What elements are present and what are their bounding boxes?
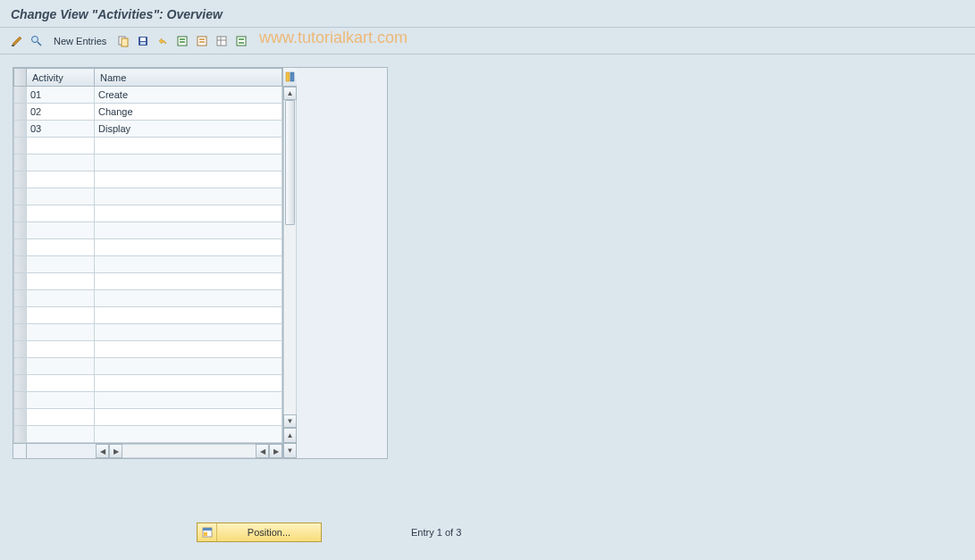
cell-activity-empty[interactable] bbox=[27, 375, 95, 392]
vscroll-thumb[interactable] bbox=[285, 100, 295, 225]
table-row-empty bbox=[14, 222, 282, 239]
row-selector[interactable] bbox=[14, 409, 27, 426]
cell-activity-empty[interactable] bbox=[27, 222, 95, 239]
cell-name-empty[interactable] bbox=[95, 138, 282, 155]
copy-icon[interactable] bbox=[115, 33, 131, 49]
find-icon[interactable] bbox=[29, 33, 45, 49]
content-area: Activity Name 01Create02Change03Display … bbox=[0, 54, 975, 472]
svg-rect-20 bbox=[286, 72, 290, 81]
row-selector[interactable] bbox=[14, 87, 27, 104]
cell-activity-empty[interactable] bbox=[27, 426, 95, 443]
select-all-rows[interactable] bbox=[14, 69, 27, 87]
cell-name-empty[interactable] bbox=[95, 358, 282, 375]
cell-name-empty[interactable] bbox=[95, 171, 282, 188]
cell-activity-empty[interactable] bbox=[27, 205, 95, 222]
print-icon[interactable] bbox=[233, 33, 249, 49]
cell-activity[interactable]: 03 bbox=[27, 121, 95, 138]
cell-activity-empty[interactable] bbox=[27, 409, 95, 426]
cell-name-empty[interactable] bbox=[95, 375, 282, 392]
cell-name-empty[interactable] bbox=[95, 426, 282, 443]
svg-rect-7 bbox=[140, 42, 146, 45]
new-entries-button[interactable]: New Entries bbox=[48, 36, 112, 46]
cell-name-empty[interactable] bbox=[95, 239, 282, 256]
svg-rect-17 bbox=[237, 37, 246, 46]
cell-activity-empty[interactable] bbox=[27, 256, 95, 273]
scroll-right-button[interactable]: ▶ bbox=[109, 444, 122, 458]
cell-activity[interactable]: 01 bbox=[27, 87, 95, 104]
hscroll-track[interactable] bbox=[122, 444, 256, 458]
row-selector[interactable] bbox=[14, 205, 27, 222]
cell-activity[interactable]: 02 bbox=[27, 104, 95, 121]
cell-name[interactable]: Create bbox=[95, 87, 282, 104]
cell-name-empty[interactable] bbox=[95, 392, 282, 409]
scroll-left-end-button[interactable]: ◀ bbox=[256, 444, 269, 458]
row-selector[interactable] bbox=[14, 222, 27, 239]
table-row-empty bbox=[14, 155, 282, 171]
row-selector[interactable] bbox=[14, 256, 27, 273]
table-row-empty bbox=[14, 426, 282, 443]
cell-activity-empty[interactable] bbox=[27, 273, 95, 290]
cell-activity-empty[interactable] bbox=[27, 138, 95, 155]
row-selector[interactable] bbox=[14, 341, 27, 358]
cell-name-empty[interactable] bbox=[95, 409, 282, 426]
cell-activity-empty[interactable] bbox=[27, 155, 95, 171]
activities-table: Activity Name 01Create02Change03Display bbox=[13, 68, 282, 443]
cell-name-empty[interactable] bbox=[95, 205, 282, 222]
scroll-up-page-button[interactable]: ▲ bbox=[283, 428, 297, 443]
save-icon[interactable] bbox=[135, 33, 151, 49]
table-config-icon[interactable] bbox=[283, 68, 297, 87]
cell-activity-empty[interactable] bbox=[27, 171, 95, 188]
cell-name-empty[interactable] bbox=[95, 256, 282, 273]
toolbar: New Entries bbox=[0, 28, 975, 54]
row-selector[interactable] bbox=[14, 104, 27, 121]
cell-name-empty[interactable] bbox=[95, 273, 282, 290]
cell-activity-empty[interactable] bbox=[27, 392, 95, 409]
cell-name-empty[interactable] bbox=[95, 324, 282, 341]
cell-name-empty[interactable] bbox=[95, 155, 282, 171]
row-selector[interactable] bbox=[14, 324, 27, 341]
entry-status: Entry 1 of 3 bbox=[411, 527, 461, 538]
cell-name-empty[interactable] bbox=[95, 188, 282, 205]
row-selector[interactable] bbox=[14, 358, 27, 375]
cell-activity-empty[interactable] bbox=[27, 358, 95, 375]
cell-name-empty[interactable] bbox=[95, 307, 282, 324]
cell-name[interactable]: Change bbox=[95, 104, 282, 121]
row-selector[interactable] bbox=[14, 273, 27, 290]
cell-activity-empty[interactable] bbox=[27, 188, 95, 205]
column-header-name[interactable]: Name bbox=[95, 69, 282, 87]
scroll-up-button[interactable]: ▲ bbox=[283, 87, 297, 100]
row-selector[interactable] bbox=[14, 121, 27, 138]
row-selector[interactable] bbox=[14, 171, 27, 188]
cell-name-empty[interactable] bbox=[95, 341, 282, 358]
deselect-all-icon[interactable] bbox=[194, 33, 210, 49]
row-selector[interactable] bbox=[14, 392, 27, 409]
cell-activity-empty[interactable] bbox=[27, 341, 95, 358]
table-settings-icon[interactable] bbox=[214, 33, 230, 49]
scroll-left-button[interactable]: ◀ bbox=[96, 444, 109, 458]
scroll-down-button[interactable]: ▼ bbox=[283, 414, 297, 428]
row-selector[interactable] bbox=[14, 239, 27, 256]
cell-name-empty[interactable] bbox=[95, 290, 282, 307]
row-selector[interactable] bbox=[14, 307, 27, 324]
cell-activity-empty[interactable] bbox=[27, 307, 95, 324]
vscroll-track[interactable] bbox=[283, 100, 297, 414]
scroll-right-end-button[interactable]: ▶ bbox=[269, 444, 282, 458]
scroll-down-page-button[interactable]: ▼ bbox=[283, 443, 297, 458]
select-all-icon[interactable] bbox=[174, 33, 190, 49]
cell-activity-empty[interactable] bbox=[27, 239, 95, 256]
change-mode-icon[interactable] bbox=[9, 33, 25, 49]
column-header-activity[interactable]: Activity bbox=[27, 69, 95, 87]
cell-name[interactable]: Display bbox=[95, 121, 282, 138]
table-row: 02Change bbox=[14, 104, 282, 121]
cell-activity-empty[interactable] bbox=[27, 324, 95, 341]
position-button[interactable]: Position... bbox=[197, 522, 322, 542]
row-selector[interactable] bbox=[14, 375, 27, 392]
row-selector[interactable] bbox=[14, 188, 27, 205]
row-selector[interactable] bbox=[14, 138, 27, 155]
row-selector[interactable] bbox=[14, 290, 27, 307]
undo-icon[interactable] bbox=[155, 33, 171, 49]
cell-activity-empty[interactable] bbox=[27, 290, 95, 307]
row-selector[interactable] bbox=[14, 426, 27, 443]
row-selector[interactable] bbox=[14, 155, 27, 171]
cell-name-empty[interactable] bbox=[95, 222, 282, 239]
